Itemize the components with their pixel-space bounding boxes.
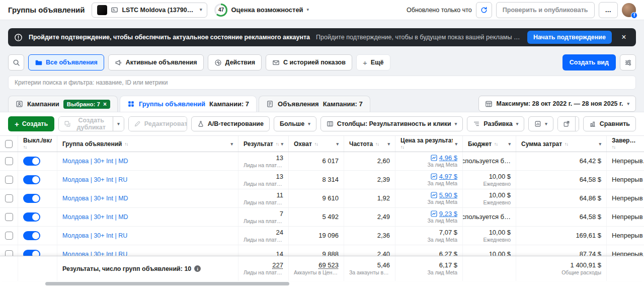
footer-cell-reach: 69 523Аккаунты в Центре … (289, 256, 344, 281)
row-toggle[interactable] (23, 194, 40, 203)
row-checkbox[interactable] (5, 194, 13, 202)
more-options-button[interactable]: … (599, 2, 618, 18)
selected-count: Выбрано: 7 (67, 101, 100, 107)
footer-cell-ends (607, 256, 644, 281)
row-checkbox[interactable] (5, 232, 13, 240)
review-publish-button[interactable]: Проверить и опубликовать (496, 2, 595, 18)
column-header-cost[interactable]: Цена за результат↑↓ ▾ (395, 136, 463, 152)
cost-chart-link[interactable]: 5,90 $ (431, 191, 457, 199)
row-toggle[interactable] (23, 157, 40, 166)
create-button[interactable]: + Создать (8, 116, 54, 131)
user-avatar[interactable]: f (622, 3, 636, 17)
select-all-checkbox[interactable] (5, 140, 13, 148)
scrollbar-thumb[interactable] (45, 282, 289, 285)
filter-settings-button[interactable] (620, 54, 636, 70)
column-header-budget[interactable]: Бюджет↑↓ ▾ (463, 136, 516, 152)
chevron-down-icon: ▾ (516, 122, 519, 126)
adset-name-link[interactable]: Молдова | 30+ Int | RU (62, 176, 233, 183)
plus-icon: + (363, 58, 367, 67)
adset-name-link[interactable]: Молдова | 30+ Int | MD (62, 195, 233, 202)
cost-value: 7,07 $ (439, 229, 457, 237)
refresh-button[interactable] (476, 2, 492, 18)
flask-icon (197, 120, 204, 127)
duplicate-dropdown[interactable]: ▾ (113, 117, 124, 131)
row-toggle[interactable] (23, 231, 40, 240)
chevron-down-icon: ▾ (200, 8, 202, 12)
clear-selection-icon[interactable]: × (103, 101, 107, 108)
chevron-down-icon[interactable]: ▾ (279, 141, 283, 147)
results-sub: Лиды на платформ… (244, 199, 283, 206)
cell-cost: 5,90 $За лид Meta (395, 189, 463, 207)
date-range-selector[interactable]: Максимум: 28 окт 2022 г. — 28 ноя 2025 г… (478, 96, 636, 112)
row-checkbox[interactable] (5, 157, 13, 165)
row-checkbox[interactable] (5, 176, 13, 184)
row-checkbox[interactable] (5, 213, 13, 221)
filter-active-ads[interactable]: Активные объявления (108, 54, 204, 70)
chevron-down-icon[interactable]: ▾ (597, 141, 601, 147)
edit-split-button: Редактировать ▾ (128, 116, 187, 131)
search-row (8, 76, 636, 90)
budget-sub: Ежедневно (483, 199, 511, 206)
sort-icon: ↑↓ (23, 145, 52, 150)
account-selector[interactable]: LSTC Moldova (1379026… ▾ (92, 3, 207, 18)
compare-button[interactable]: Сравнить (583, 116, 636, 131)
start-verification-button[interactable]: Начать подтверждение (527, 31, 612, 44)
cell-reach: 9 610 (289, 189, 344, 207)
column-header-frequency[interactable]: Частота↑↓ ▾ (344, 136, 395, 152)
export-dropdown[interactable]: ▾ (575, 117, 579, 131)
filter-had-delivery[interactable]: С историей показов (266, 54, 352, 70)
cost-chart-link[interactable]: 4,97 $ (431, 173, 457, 180)
tab-campaigns[interactable]: Кампании Выбрано: 7 × (8, 96, 118, 112)
top-bar-right: Обновлено только что Проверить и опублик… (407, 2, 636, 18)
search-filter-input[interactable] (8, 76, 636, 90)
tab-adsets[interactable]: Группы объявлений Кампании: 7 (120, 96, 257, 112)
adsets-grid-icon (127, 100, 135, 108)
columns-button[interactable]: Столбцы: Результативность и клики ▾ (320, 116, 463, 131)
more-button[interactable]: Больше ▾ (274, 116, 316, 131)
opportunity-score-dropdown[interactable]: 47 Оценка возможностей ▾ (214, 4, 309, 17)
close-icon[interactable]: × (618, 31, 630, 43)
row-toggle[interactable] (23, 212, 40, 222)
duplicate-button[interactable]: Создать дубликат (59, 117, 113, 131)
tab-ads[interactable]: Объявления Кампании: 7 (259, 96, 370, 112)
search-button[interactable] (8, 54, 24, 70)
column-header-name[interactable]: Группа объявлений↑↓ ▾ (57, 136, 238, 152)
chevron-down-icon[interactable]: ▾ (453, 141, 457, 147)
results-sub: Лиды на платформ… (244, 237, 283, 243)
create-view-button[interactable]: Создать вид (562, 54, 616, 70)
info-icon[interactable]: i (194, 265, 201, 272)
adset-name-link[interactable]: Молдова | 30+ Int | RU (62, 232, 233, 239)
chevron-down-icon[interactable]: ▾ (506, 141, 511, 147)
filter-actions[interactable]: Действия (208, 54, 262, 70)
filter-more[interactable]: + Ещё (356, 54, 390, 70)
ab-test-button[interactable]: A/B-тестирование (191, 116, 270, 131)
column-header-reach[interactable]: Охват↑↓ ▾ (289, 136, 344, 152)
chevron-down-icon[interactable]: ▾ (334, 141, 339, 147)
reports-button[interactable]: ▾ (528, 116, 553, 131)
breakdown-button[interactable]: Разбивка ▾ (467, 116, 524, 131)
adset-name-link[interactable]: Молдова | 30+ Int | MD (62, 158, 233, 165)
column-header-spent[interactable]: Сумма затрат↑↓ ▾ (516, 136, 607, 152)
edit-button[interactable]: Редактировать (129, 117, 187, 131)
cell-reach: 5 492 (289, 208, 344, 226)
filter-all-ads[interactable]: Все объявления (28, 54, 104, 70)
cell-select (0, 208, 18, 226)
column-header-ends[interactable]: Завер…↑↓ (607, 136, 644, 152)
column-header-results[interactable]: Результат↑↓ ▾ (238, 136, 289, 152)
frequency-value: 1,92 (377, 194, 390, 202)
banner-message: Пройдите подтверждение, чтобы в будущем … (316, 34, 521, 41)
table-row: Молдова | 30+ Int | RU 13Лиды на платфор… (0, 171, 644, 189)
export-button[interactable] (558, 117, 575, 131)
row-toggle[interactable] (23, 175, 40, 184)
cost-chart-link[interactable]: 9,23 $ (431, 210, 457, 218)
adset-name-link[interactable]: Молдова | 30+ Int | MD (62, 213, 233, 221)
selected-badge[interactable]: Выбрано: 7 × (63, 100, 110, 109)
column-label: Результат (244, 140, 273, 148)
column-header-onoff[interactable]: Выкл./вкл.↑↓ (18, 136, 57, 152)
chevron-down-icon[interactable]: ▾ (385, 141, 390, 147)
cell-onoff (18, 189, 57, 207)
chevron-down-icon[interactable]: ▾ (228, 141, 233, 147)
cost-chart-link[interactable]: 4,96 $ (431, 154, 457, 162)
cell-spent: 64,58 $ (516, 171, 607, 189)
cell-cost: 7,07 $За лид Meta (395, 227, 463, 245)
